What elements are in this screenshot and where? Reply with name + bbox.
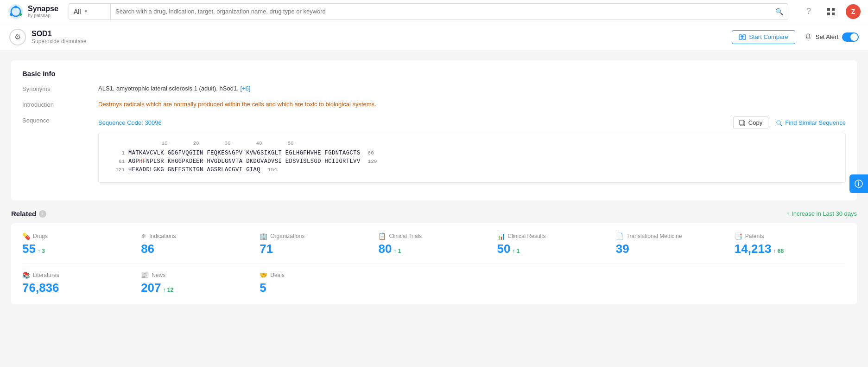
organizations-label: Organizations [270, 233, 304, 239]
organizations-icon: 🏢 [260, 232, 267, 240]
related-drugs-header: 💊 Drugs [22, 232, 133, 240]
literatures-icon: 📚 [22, 271, 30, 279]
entity-subtitle: Superoxide dismutase [32, 38, 87, 45]
svg-rect-5 [827, 8, 830, 11]
synonyms-row: Synonyms ALS1, amyotrophic lateral scler… [22, 85, 846, 92]
deals-count: 5 [260, 281, 371, 295]
svg-rect-7 [827, 13, 830, 15]
clinical-trials-number: 80 [378, 242, 392, 256]
indications-count: 86 [141, 242, 252, 256]
deals-label: Deals [270, 272, 285, 278]
related-organizations-header: 🏢 Organizations [260, 232, 371, 240]
translational-count: 39 [616, 242, 727, 256]
grid-icon [827, 7, 835, 16]
clinical-trials-label: Clinical Trials [389, 233, 422, 239]
drugs-icon: 💊 [22, 232, 30, 240]
news-number: 207 [141, 281, 161, 295]
floating-action-button[interactable]: i [849, 174, 868, 193]
top-navigation: Synapse by patsnap All ▼ 🔍 ? Z [0, 0, 868, 23]
indications-icon: ❄ [141, 232, 146, 240]
sequence-display: 10 20 30 40 50 1 MATKAVCVLK GDGFVQGIIN F… [98, 133, 846, 183]
related-deals-header: 🤝 Deals [260, 271, 371, 279]
related-news-header: 📰 News [141, 271, 252, 279]
sequence-content: Sequence Code: 30096 Copy Find [98, 116, 846, 183]
copy-button[interactable]: Copy [733, 116, 768, 129]
related-item-clinical-trials[interactable]: 📋 Clinical Trials 80 ↑ 1 [378, 232, 489, 256]
related-card: 💊 Drugs 55 ↑ 3 ❄ Indications 86 [11, 223, 857, 304]
intro-label: Introduction [22, 101, 87, 108]
search-filter-dropdown[interactable]: All ▼ [69, 3, 110, 20]
svg-rect-10 [743, 35, 746, 39]
find-similar-button[interactable]: Find Similar Sequence [776, 119, 846, 126]
start-compare-button[interactable]: Start Compare [732, 30, 795, 44]
literatures-count: 76,836 [22, 281, 133, 295]
related-translational-header: 📄 Translational Medicine [616, 232, 727, 240]
svg-line-16 [780, 124, 782, 126]
related-literatures-header: 📚 Literatures [22, 271, 133, 279]
related-item-news[interactable]: 📰 News 207 ↑ 12 [141, 271, 252, 295]
sequence-line-2: 61 AGPHFNPLSR KHGGPKDEER HVGDLGNVTA DKDG… [108, 158, 836, 165]
drugs-number: 55 [22, 242, 36, 256]
related-item-literatures[interactable]: 📚 Literatures 76,836 [22, 271, 133, 295]
deals-icon: 🤝 [260, 271, 267, 279]
clinical-results-count: 50 ↑ 1 [497, 242, 608, 256]
patents-count: 14,213 ↑ 68 [735, 242, 846, 256]
sequence-line-1: 1 MATKAVCVLK GDGFVQGIIN FEQKESNGPV KVWGS… [108, 150, 836, 156]
related-item-deals[interactable]: 🤝 Deals 5 [260, 271, 371, 295]
related-item-patents[interactable]: 📑 Patents 14,213 ↑ 68 [735, 232, 846, 256]
svg-point-4 [10, 13, 13, 16]
related-item-indications[interactable]: ❄ Indications 86 [141, 232, 252, 256]
patents-icon: 📑 [735, 232, 742, 240]
clinical-results-label: Clinical Results [508, 233, 546, 239]
related-item-translational[interactable]: 📄 Translational Medicine 39 [616, 232, 727, 256]
floating-action-icon: i [854, 179, 863, 188]
news-icon: 📰 [141, 271, 149, 279]
translational-label: Translational Medicine [627, 233, 682, 239]
entity-name-block: SOD1 Superoxide dismutase [32, 30, 87, 45]
search-input-wrapper: 🔍 [110, 3, 788, 20]
related-clinical-results-header: 📊 Clinical Results [497, 232, 608, 240]
related-info-icon[interactable]: i [39, 210, 46, 218]
patents-increase: ↑ 68 [773, 248, 784, 254]
related-item-clinical-results[interactable]: 📊 Clinical Results 50 ↑ 1 [497, 232, 608, 256]
search-area: All ▼ 🔍 [69, 3, 788, 20]
compare-label: Start Compare [749, 33, 788, 40]
indications-label: Indications [149, 233, 176, 239]
related-item-organizations[interactable]: 🏢 Organizations 71 [260, 232, 371, 256]
set-alert-area: Set Alert [805, 32, 859, 42]
drugs-count: 55 ↑ 3 [22, 242, 133, 256]
related-item-drugs[interactable]: 💊 Drugs 55 ↑ 3 [22, 232, 133, 256]
patents-label: Patents [745, 233, 764, 239]
basic-info-title: Basic Info [22, 70, 846, 77]
related-grid-bottom: 📚 Literatures 76,836 📰 News 207 ↑ 12 [22, 271, 846, 295]
main-content: Basic Info Synonyms ALS1, amyotrophic la… [0, 51, 868, 367]
settings-icon: ⚙ [14, 32, 21, 41]
logo-title: Synapse [28, 5, 58, 13]
synapse-logo-icon [7, 3, 24, 20]
increase-badge: ↑ Increase in Last 30 days [787, 210, 857, 217]
svg-rect-8 [832, 13, 835, 15]
help-button[interactable]: ? [801, 4, 816, 19]
intro-row: Introduction Destroys radicals which are… [22, 101, 846, 108]
grid-menu-button[interactable] [824, 4, 838, 19]
entity-info: ⚙ SOD1 Superoxide dismutase [9, 29, 87, 45]
search-input[interactable] [115, 8, 772, 15]
sequence-code-link[interactable]: Sequence Code: 30096 [98, 119, 726, 126]
svg-point-15 [777, 121, 780, 124]
alert-toggle[interactable] [842, 32, 859, 42]
clinical-trials-count: 80 ↑ 1 [378, 242, 489, 256]
literatures-label: Literatures [33, 272, 59, 278]
related-section: Related i ↑ Increase in Last 30 days 💊 D… [11, 210, 857, 304]
related-clinical-trials-header: 📋 Clinical Trials [378, 232, 489, 240]
basic-info-card: Basic Info Synonyms ALS1, amyotrophic la… [11, 60, 857, 200]
deals-number: 5 [260, 281, 266, 295]
svg-text:i: i [858, 180, 860, 187]
find-similar-label: Find Similar Sequence [785, 119, 846, 126]
user-avatar[interactable]: Z [846, 4, 861, 19]
organizations-count: 71 [260, 242, 371, 256]
entity-icon: ⚙ [9, 29, 26, 45]
synonyms-more-link[interactable]: [+6] [240, 85, 250, 92]
sequence-row: Sequence Sequence Code: 30096 Copy [22, 116, 846, 183]
related-header: Related i ↑ Increase in Last 30 days [11, 210, 857, 218]
svg-rect-14 [740, 120, 744, 125]
